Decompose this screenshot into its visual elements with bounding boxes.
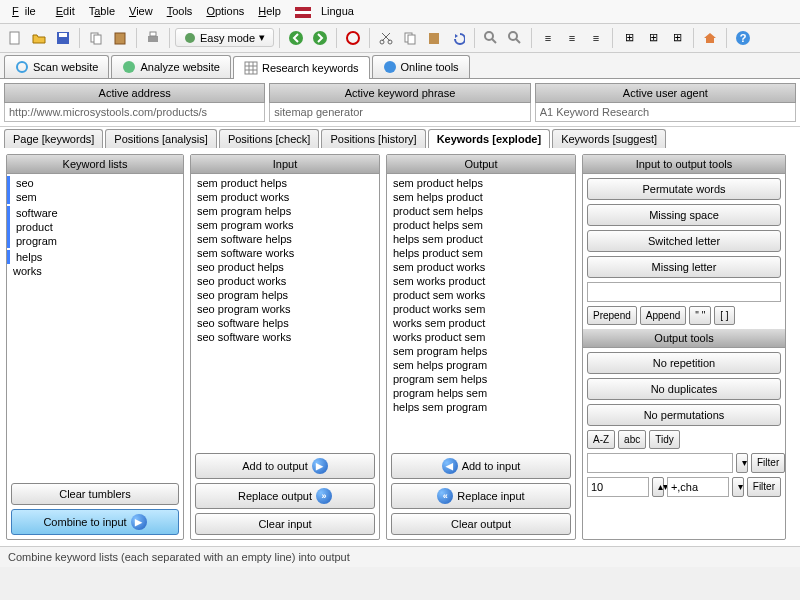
list-item[interactable]: seo software helps (191, 316, 379, 330)
quote-button[interactable]: " " (689, 306, 711, 325)
active-address-input[interactable] (4, 103, 265, 122)
switched-letter-button[interactable]: Switched letter (587, 230, 781, 252)
menu-table[interactable]: Table (83, 3, 121, 20)
append-button[interactable]: Append (640, 306, 686, 325)
stop-icon[interactable] (342, 27, 364, 49)
missing-space-button[interactable]: Missing space (587, 204, 781, 226)
list-item[interactable]: seo product helps (191, 260, 379, 274)
active-phrase-input[interactable] (269, 103, 530, 122)
list-item[interactable]: works sem product (387, 316, 575, 330)
search-icon[interactable] (480, 27, 502, 49)
tab-scan-website[interactable]: Scan website (4, 55, 109, 78)
missing-letter-button[interactable]: Missing letter (587, 256, 781, 278)
active-agent-input[interactable] (535, 103, 796, 122)
print-icon[interactable] (142, 27, 164, 49)
subtab-positions-check[interactable]: Positions [check] (219, 129, 320, 148)
list-item[interactable]: program helps sem (387, 386, 575, 400)
open-icon[interactable] (28, 27, 50, 49)
list-item[interactable]: helps product sem (387, 246, 575, 260)
paste-icon[interactable] (109, 27, 131, 49)
list-item[interactable]: sem product works (191, 190, 379, 204)
list-item[interactable]: sem software helps (191, 232, 379, 246)
menu-lingua[interactable]: Lingua (289, 3, 366, 20)
list-item[interactable]: sem product helps (191, 176, 379, 190)
easy-mode-button[interactable]: Easy mode▾ (175, 28, 274, 47)
tab-analyze-website[interactable]: Analyze website (111, 55, 231, 78)
abc-button[interactable]: abc (618, 430, 646, 449)
list-item[interactable]: helps (7, 250, 183, 264)
list-item[interactable]: sem program helps (387, 344, 575, 358)
no-permutations-button[interactable]: No permutations (587, 404, 781, 426)
list-item[interactable]: software (7, 206, 183, 220)
input-list[interactable]: sem product helpssem product workssem pr… (191, 174, 379, 449)
outdent-icon[interactable]: ≡ (561, 27, 583, 49)
align-icon[interactable]: ≡ (585, 27, 607, 49)
list3-icon[interactable]: ⊞ (666, 27, 688, 49)
subtab-page-keywords[interactable]: Page [keywords] (4, 129, 103, 148)
list-item[interactable]: product helps sem (387, 218, 575, 232)
clear-tumblers-button[interactable]: Clear tumblers (11, 483, 179, 505)
list-item[interactable]: helps sem product (387, 232, 575, 246)
list-item[interactable]: product (7, 220, 183, 234)
list-item[interactable]: sem helps program (387, 358, 575, 372)
list-item[interactable]: product sem helps (387, 204, 575, 218)
output-list[interactable]: sem product helpssem helps productproduc… (387, 174, 575, 449)
permutate-words-button[interactable]: Permutate words (587, 178, 781, 200)
undo-icon[interactable] (447, 27, 469, 49)
save-icon[interactable] (52, 27, 74, 49)
find-icon[interactable] (504, 27, 526, 49)
bracket-button[interactable]: [ ] (714, 306, 734, 325)
indent-icon[interactable]: ≡ (537, 27, 559, 49)
list-item[interactable]: sem product works (387, 260, 575, 274)
list-item[interactable]: works product sem (387, 330, 575, 344)
tab-online-tools[interactable]: Online tools (372, 55, 470, 78)
forward-icon[interactable] (309, 27, 331, 49)
list-item[interactable]: sem works product (387, 274, 575, 288)
subtab-keywords-suggest[interactable]: Keywords [suggest] (552, 129, 666, 148)
prepend-button[interactable]: Prepend (587, 306, 637, 325)
list-item[interactable]: sem helps product (387, 190, 575, 204)
add-to-output-button[interactable]: Add to output▶ (195, 453, 375, 479)
menu-view[interactable]: View (123, 3, 159, 20)
menu-edit[interactable]: Edit (50, 3, 81, 20)
list-item[interactable]: seo product works (191, 274, 379, 288)
menu-help[interactable]: Help (252, 3, 287, 20)
replace-input-button[interactable]: «Replace input (391, 483, 571, 509)
affix-input[interactable] (587, 282, 781, 302)
list-item[interactable]: sem (7, 190, 183, 204)
list-item[interactable]: product works sem (387, 302, 575, 316)
combine-to-input-button[interactable]: Combine to input▶ (11, 509, 179, 535)
cut-icon[interactable] (375, 27, 397, 49)
filter1-dropdown[interactable]: ▾ (736, 453, 748, 473)
filter2-count-input[interactable] (587, 477, 649, 497)
filter2-dropdown[interactable]: ▾ (732, 477, 744, 497)
list-item[interactable]: sem product helps (387, 176, 575, 190)
filter2-count-spinner[interactable]: ▴▾ (652, 477, 664, 497)
new-icon[interactable] (4, 27, 26, 49)
clear-input-button[interactable]: Clear input (195, 513, 375, 535)
list1-icon[interactable]: ⊞ (618, 27, 640, 49)
add-to-input-button[interactable]: ◀Add to input (391, 453, 571, 479)
list-item[interactable]: seo program works (191, 302, 379, 316)
list-item[interactable]: seo software works (191, 330, 379, 344)
home-icon[interactable] (699, 27, 721, 49)
keyword-lists-list[interactable]: seosemsoftwareproductprogramhelpsworks (7, 174, 183, 479)
no-duplicates-button[interactable]: No duplicates (587, 378, 781, 400)
list-item[interactable]: sem software works (191, 246, 379, 260)
menu-file[interactable]: File (6, 3, 48, 20)
subtab-keywords-explode[interactable]: Keywords [explode] (428, 129, 551, 148)
list-item[interactable]: works (7, 264, 183, 278)
sort-az-button[interactable]: A-Z (587, 430, 615, 449)
list-item[interactable]: program sem helps (387, 372, 575, 386)
list-item[interactable]: sem program helps (191, 204, 379, 218)
list-item[interactable]: seo program helps (191, 288, 379, 302)
subtab-positions-analysis[interactable]: Positions [analysis] (105, 129, 217, 148)
filter2-text-input[interactable] (667, 477, 729, 497)
tab-research-keywords[interactable]: Research keywords (233, 56, 370, 79)
tidy-button[interactable]: Tidy (649, 430, 680, 449)
filter2-button[interactable]: Filter (747, 477, 781, 497)
subtab-positions-history[interactable]: Positions [history] (321, 129, 425, 148)
copy-icon[interactable] (85, 27, 107, 49)
paste2-icon[interactable] (423, 27, 445, 49)
list-item[interactable]: program (7, 234, 183, 248)
